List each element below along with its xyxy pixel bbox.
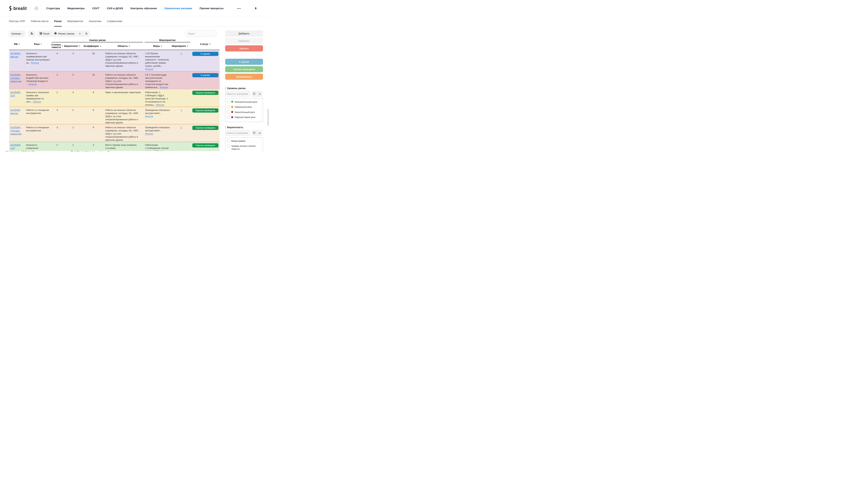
group-header-analysis: Анализ риска	[52, 39, 143, 42]
col-header-probability[interactable]: Вероятность	[63, 42, 83, 50]
rm-number-link[interactable]: №755404	[10, 73, 23, 76]
col-header-rm[interactable]: РМ	[9, 39, 25, 50]
col-coefficient-label: Коэффициент	[84, 45, 99, 47]
tab-registries[interactable]: Реестры ОПР	[9, 20, 25, 26]
excel-button[interactable]: Excel	[37, 30, 52, 37]
filter-option[interactable]: Незначительный риск	[227, 100, 261, 103]
nav-other-processes[interactable]: Прочие процессы	[200, 7, 223, 10]
col-header-area[interactable]: Область	[104, 42, 144, 50]
filter-option[interactable]: Недопустимый риск	[227, 116, 261, 119]
filter-search-input[interactable]	[225, 91, 250, 96]
risk-level-dot	[231, 116, 233, 118]
more-link[interactable]: больше	[29, 83, 36, 86]
events-count-link[interactable]: 2	[180, 52, 182, 55]
more-link[interactable]: больше	[31, 62, 39, 64]
checkbox[interactable]	[227, 100, 230, 103]
rm-role-link[interactable]: Мастер	[10, 55, 23, 58]
col-severity-label: Степень тяжести	[51, 43, 61, 49]
tab-directories[interactable]: Справочники	[107, 20, 122, 26]
more-link[interactable]: больше	[156, 104, 164, 106]
probability-value: 2	[63, 142, 83, 151]
add-button[interactable]: Добавить	[225, 30, 263, 36]
rm-role-link[interactable]: СОТ	[10, 147, 23, 150]
select-all-icon[interactable]: ☑	[252, 91, 257, 97]
columns-label: Колонки	[11, 32, 21, 35]
col-header-measures[interactable]: Меры	[144, 42, 172, 50]
rm-number-link[interactable]: №755405	[10, 91, 23, 94]
rm-role-link[interactable]: Слесарь-ремонтник	[10, 77, 23, 83]
to-assessment-button[interactable]: К оценке	[225, 59, 263, 65]
nav-risk-management[interactable]: Управление рисками	[164, 7, 192, 10]
rm-number-link[interactable]: №755403	[10, 109, 23, 112]
pagination-footer: Показаны 1 - 10 Всего 10 Перейти на стра…	[5, 150, 213, 151]
col-header-events[interactable]: Мероприятия	[172, 42, 191, 50]
coefficient-value: 6	[83, 124, 104, 141]
tab-analytics[interactable]: Аналитика	[89, 20, 101, 26]
severity-value: 2	[51, 89, 63, 107]
export-group: Excel Печать списка	[37, 30, 77, 37]
rm-role-link[interactable]: Слесарь-ремонтник	[10, 129, 23, 136]
filter-option[interactable]: Микротравма	[227, 139, 261, 142]
clear-icon[interactable]: Х	[108, 150, 109, 151]
more-link[interactable]: больше	[160, 86, 168, 89]
nav-medical-exams[interactable]: Медосмотры	[67, 7, 85, 10]
checkbox[interactable]	[227, 139, 230, 142]
tab-events[interactable]: Мероприятия	[67, 20, 83, 26]
more-link[interactable]: больше	[145, 132, 153, 135]
checkbox[interactable]	[227, 116, 230, 119]
nav-siz[interactable]: СИЗ и ДСИЗ	[107, 7, 123, 10]
assessment-done-button[interactable]: Оценка проведена	[225, 66, 263, 72]
nav-sout[interactable]: СОУТ	[92, 7, 99, 10]
tab-workplaces[interactable]: Рабочие места	[31, 20, 48, 26]
events-count-link[interactable]: 1	[180, 109, 182, 111]
tab-risks[interactable]: Риски	[54, 20, 62, 26]
refresh-button[interactable]: ↻	[28, 30, 36, 37]
filter-search-input[interactable]	[225, 130, 250, 136]
edit-button[interactable]: Изменить	[225, 38, 263, 44]
list-icon[interactable]: ≡	[257, 91, 263, 97]
filter-option[interactable]: Значительный риск	[227, 110, 261, 114]
more-link[interactable]: больше	[145, 115, 153, 118]
filter-option[interactable]: Умеренный риск	[227, 105, 261, 109]
font-smaller-button[interactable]: A	[77, 30, 83, 37]
col-header-risk[interactable]: Риск	[25, 39, 51, 50]
more-link[interactable]: больше	[145, 68, 153, 71]
select-all-icon[interactable]: ☑	[252, 130, 257, 136]
rm-number-link[interactable]: №755405	[10, 143, 23, 147]
risk-level-dot	[231, 106, 233, 108]
probability-value: 4	[63, 89, 83, 107]
archive-button[interactable]: Архивировать	[225, 74, 263, 80]
print-list-button[interactable]: Печать списка	[52, 30, 77, 37]
checkbox[interactable]	[227, 110, 230, 114]
user-icon[interactable]	[254, 7, 257, 10]
col-header-status[interactable]: Статус	[191, 39, 220, 50]
filter-risk-level: Уровень риска ☑ ≡ Незначительный риск Ум…	[225, 87, 263, 122]
checkbox[interactable]	[227, 105, 230, 108]
rm-role-link[interactable]: СОТ	[10, 94, 23, 97]
filter-actions: ☑ ≡	[252, 130, 263, 136]
rm-role-link[interactable]: Мастер	[10, 112, 23, 115]
more-link[interactable]: больше	[33, 100, 41, 103]
brand-name: brealit	[13, 6, 27, 11]
events-count-link[interactable]: 1	[180, 126, 182, 129]
col-header-severity[interactable]: Степень тяжести	[51, 42, 63, 50]
nav-training-control[interactable]: Контроль обучения	[131, 7, 157, 10]
nav-structure[interactable]: Структура	[46, 7, 60, 10]
rm-number-link[interactable]: №755404	[10, 126, 23, 129]
rm-number-link[interactable]: №755403	[10, 52, 23, 55]
page-input[interactable]	[99, 150, 103, 151]
font-larger-button[interactable]: A	[83, 30, 90, 37]
risk-level-dot	[231, 101, 233, 103]
coefficient-value: 15	[83, 72, 104, 89]
table-row: №755403Мастер Опасность травмирования пр…	[9, 50, 220, 71]
col-header-coefficient[interactable]: Коэффициент	[83, 42, 104, 50]
list-icon[interactable]: ≡	[257, 130, 263, 136]
more-menu-icon[interactable]: •••	[237, 7, 241, 10]
search-input[interactable]	[185, 30, 217, 37]
vertical-scrollbar[interactable]	[267, 109, 269, 126]
filter-option[interactable]: Травма легкой степени тяжести	[227, 145, 261, 151]
delete-button[interactable]: Удалить	[225, 45, 263, 51]
info-icon[interactable]: i	[35, 7, 38, 10]
checkbox[interactable]	[227, 145, 230, 148]
columns-button[interactable]: Колонки ▾	[9, 30, 25, 37]
